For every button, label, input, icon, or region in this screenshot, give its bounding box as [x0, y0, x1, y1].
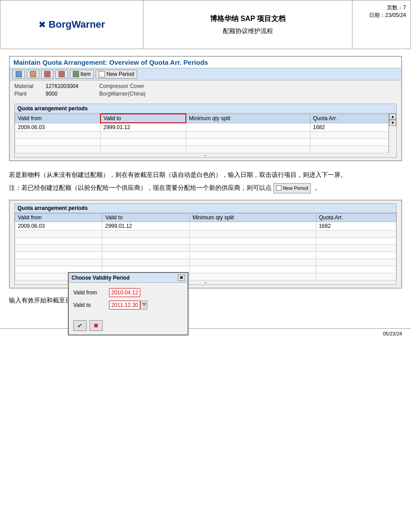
cell-valid-to: 2999.01.12 — [102, 222, 189, 230]
cell-min-qty — [189, 238, 316, 245]
cell-min-qty — [186, 139, 310, 146]
sap-screen-title: Maintain Quota Arrangement: Overview of … — [13, 59, 208, 66]
cell-min-qty — [189, 252, 316, 259]
cell-quota-arr — [316, 259, 396, 266]
table-row[interactable] — [15, 132, 389, 139]
cell-quota-arr — [310, 139, 388, 146]
col-valid-to: Valid to — [101, 114, 186, 123]
page-footer: 05/23/24 — [0, 328, 411, 339]
cell-valid-from — [15, 252, 102, 259]
dialog-overlay: Choose Validity Period ✖ Valid from 2010… — [68, 272, 189, 335]
toolbar-exit-btn[interactable] — [41, 70, 54, 79]
scroll-up-btn[interactable]: ▲ — [389, 113, 396, 120]
text-para-1: 若是新物料（从来没有创建过配额），则在有效截至日期（该自动是白色的），输入日期，… — [9, 169, 402, 180]
inline-new-period-btn[interactable]: New Period — [273, 183, 311, 194]
dialog-close-btn[interactable]: ✖ — [178, 274, 185, 281]
table-row[interactable] — [15, 230, 396, 238]
logo-wrapper: ✖ BorgWarner — [38, 19, 105, 30]
cell-valid-to — [102, 259, 189, 266]
table-row[interactable]: 2009.06.03 2999.01.12 1682 — [15, 222, 396, 230]
table-header-row: Valid from Valid to Minimum qty split Qu… — [15, 114, 389, 123]
dialog-title-text: Choose Validity Period — [71, 275, 130, 281]
newperiod-icon — [99, 71, 105, 77]
cell-min-qty — [189, 245, 316, 252]
cell-valid-from — [15, 146, 101, 153]
valid-to-row: Valid to 2011.12.30 📅 — [73, 301, 183, 310]
scroll-indicator: • — [15, 153, 396, 157]
cell-quota-arr — [316, 266, 396, 273]
cell-min-qty — [189, 259, 316, 266]
cell-valid-to — [101, 146, 186, 153]
material-desc: Compressor Cover — [99, 83, 144, 89]
text-para-2-content: 注：若已经创建过配额（以前分配给一个供应商），现在需要分配给一个新的供应商，则可… — [9, 184, 272, 191]
toolbar-save-btn[interactable] — [13, 70, 25, 79]
toolbar-delete-btn[interactable] — [55, 70, 68, 79]
dialog-valid-to-value[interactable]: 2011.12.30 — [109, 301, 140, 310]
text-para-2: 注：若已经创建过配额（以前分配给一个供应商），现在需要分配给一个新的供应商，则可… — [9, 182, 402, 193]
cell-quota-arr — [316, 245, 396, 252]
scroll-down-btn[interactable]: ▼ — [389, 120, 396, 126]
table-row[interactable] — [15, 252, 396, 259]
col-min-qty: Minimum qty split — [186, 114, 310, 123]
logo-text: BorgWarner — [49, 19, 105, 30]
item-btn-label: Item — [80, 71, 91, 77]
plant-desc: BorgWarner(China) — [99, 91, 146, 97]
cell-min-qty — [189, 266, 316, 273]
dialog-confirm-btn[interactable]: ✔ — [73, 320, 87, 331]
material-label: Material — [14, 83, 46, 89]
table-row[interactable] — [15, 139, 389, 146]
validity-period-dialog: Choose Validity Period ✖ Valid from 2010… — [68, 272, 189, 335]
quota-table-container: Valid from Valid to Minimum qty split Qu… — [15, 113, 396, 153]
plant-label: Plant — [14, 91, 46, 97]
sap-form: Material 12761003004 Compressor Cover Pl… — [10, 80, 401, 101]
cell-valid-to — [102, 245, 189, 252]
sap-screen-2: Quota arrangement periods Valid from Val… — [9, 200, 402, 289]
valid-to-input-group: 2011.12.30 📅 — [109, 301, 147, 310]
cell-min-qty — [186, 123, 310, 132]
page-header: ✖ BorgWarner 博格华纳 SAP 项目文档 配额协议维护流程 页数：7… — [0, 0, 411, 49]
col-valid-from: Valid from — [15, 114, 101, 123]
quota-table-title-2: Quota arrangement periods — [15, 204, 396, 213]
quota-table-title: Quota arrangement periods — [15, 104, 396, 113]
dialog-cancel-btn[interactable]: ✖ — [89, 320, 103, 331]
cell-min-qty — [189, 273, 316, 281]
table-row[interactable] — [15, 146, 389, 153]
cell-valid-from: 2009.06.03 — [15, 222, 102, 230]
col2-min-qty: Minimum qty split — [189, 214, 316, 222]
cell-valid-from: 2009.06.03 — [15, 123, 101, 132]
cell-quota-arr — [316, 273, 396, 281]
cell-min-qty — [189, 230, 316, 238]
toolbar-back-btn[interactable] — [27, 70, 39, 79]
dialog-body: Valid from 2010.04.12 Valid to 2011.12.3… — [69, 283, 188, 318]
table-row[interactable] — [15, 259, 396, 266]
calendar-btn[interactable]: 📅 — [140, 301, 147, 310]
logo-icon: ✖ — [38, 19, 46, 30]
table-row[interactable] — [15, 238, 396, 245]
table-row[interactable]: 2009.06.03 2999.01.12 1682 — [15, 123, 389, 132]
quota-table-2: Valid from Valid to Minimum qty split Qu… — [15, 213, 396, 281]
text-block-1: 若是新物料（从来没有创建过配额），则在有效截至日期（该自动是白色的），输入日期，… — [9, 169, 402, 193]
dialog-footer: ✔ ✖ — [69, 318, 188, 335]
table-row[interactable] — [15, 245, 396, 252]
quota-table: Valid from Valid to Minimum qty split Qu… — [15, 113, 389, 153]
sap-title-bar: Maintain Quota Arrangement: Overview of … — [10, 57, 401, 68]
toolbar-item-btn[interactable]: Item — [70, 70, 94, 79]
cell-valid-to — [102, 252, 189, 259]
person-icon — [73, 71, 79, 77]
toolbar-newperiod-btn[interactable]: New Period — [96, 70, 137, 79]
cell-min-qty — [186, 146, 310, 153]
inline-newperiod-icon — [276, 185, 281, 191]
valid-from-row: Valid from 2010.04.12 — [73, 288, 183, 297]
back-icon — [30, 71, 36, 77]
cell-valid-to — [101, 132, 186, 139]
cell-valid-from — [15, 132, 101, 139]
delete-icon — [59, 71, 65, 77]
cell-quota-arr: 1682 — [316, 222, 396, 230]
plant-value: 9000 — [46, 91, 90, 97]
dialog-title-bar: Choose Validity Period ✖ — [69, 273, 188, 283]
cell-valid-from — [15, 230, 102, 238]
cell-valid-to — [102, 230, 189, 238]
cell-quota-arr — [310, 132, 388, 139]
page-number: 页数：7 — [357, 4, 406, 12]
dialog-valid-from-value[interactable]: 2010.04.12 — [109, 288, 140, 297]
